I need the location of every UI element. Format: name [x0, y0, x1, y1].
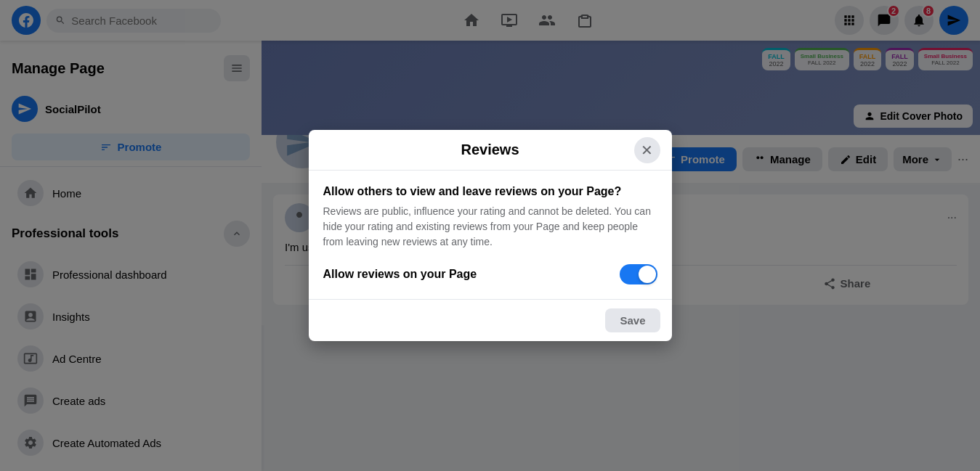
modal-description: Reviews are public, influence your ratin… — [323, 204, 657, 250]
reviews-modal: Reviews ✕ Allow others to view and leave… — [309, 130, 672, 341]
modal-body: Allow others to view and leave reviews o… — [309, 171, 672, 300]
modal-footer: Save — [309, 300, 672, 341]
modal-question: Allow others to view and leave reviews o… — [323, 185, 657, 198]
save-btn[interactable]: Save — [605, 308, 660, 332]
modal-toggle-row: Allow reviews on your Page — [323, 264, 657, 284]
modal-overlay: Reviews ✕ Allow others to view and leave… — [0, 0, 980, 471]
allow-reviews-toggle[interactable] — [620, 264, 657, 284]
modal-toggle-label: Allow reviews on your Page — [323, 268, 477, 281]
modal-header: Reviews ✕ — [309, 130, 672, 171]
toggle-knob — [639, 266, 656, 283]
modal-close-btn[interactable]: ✕ — [634, 137, 660, 163]
modal-title: Reviews — [461, 142, 519, 158]
